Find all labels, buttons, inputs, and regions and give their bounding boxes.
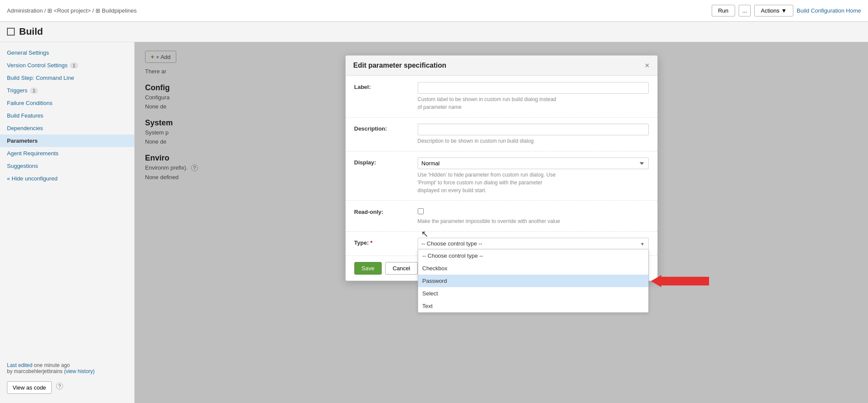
vcs-badge: 1 (70, 62, 78, 69)
readonly-row: Read-only: Make the parameter impossible… (346, 201, 657, 232)
triggers-badge: 1 (30, 88, 38, 94)
type-field-label: Type: * (354, 238, 411, 246)
sidebar-item-label: Agent Requirements (7, 150, 59, 157)
edit-parameter-modal: Edit parameter specification × Label: Cu… (345, 55, 658, 281)
readonly-field-label: Read-only: (354, 207, 411, 215)
actions-button[interactable]: Actions ▼ (754, 5, 793, 16)
label-input[interactable] (418, 82, 649, 94)
edited-by: by marcobehlerjetbrains (7, 368, 63, 374)
display-field-right: Normal Hidden Prompt Use 'Hidden' to hid… (418, 157, 649, 194)
last-edited-label: Last edited (7, 362, 33, 368)
display-field-label: Display: (354, 157, 411, 166)
type-dropdown: -- Choose control type -- Checkbox Passw… (418, 249, 649, 313)
dropdown-option-choose[interactable]: -- Choose control type -- (418, 249, 648, 262)
breadcrumb-root[interactable]: ⊞ <Root project> (47, 7, 91, 14)
sidebar-item-label: Build Features (7, 112, 43, 119)
ellipsis-button[interactable]: ... (739, 5, 751, 16)
description-input[interactable] (418, 124, 649, 135)
sidebar-item-hide-unconfigured[interactable]: « Hide unconfigured (0, 172, 134, 185)
sidebar-item-label: Suggestions (7, 163, 38, 169)
label-row: Label: Custom label to be shown in custo… (346, 76, 657, 118)
sidebar-item-build-features[interactable]: Build Features (0, 109, 134, 122)
sidebar-item-label: Dependencies (7, 125, 43, 131)
sidebar-item-dependencies[interactable]: Dependencies (0, 122, 134, 134)
hide-unconfigured-label: « Hide unconfigured (7, 175, 57, 182)
modal-overlay: Edit parameter specification × Label: Cu… (135, 42, 868, 403)
required-marker: * (370, 239, 373, 246)
view-history-link[interactable]: (view history) (64, 368, 95, 374)
sidebar-item-suggestions[interactable]: Suggestions (0, 160, 134, 172)
layout: General Settings Version Control Setting… (0, 42, 868, 403)
dropdown-option-text[interactable]: Text (418, 300, 648, 312)
breadcrumb-sep2: / (92, 7, 96, 14)
sidebar: General Settings Version Control Setting… (0, 42, 135, 403)
config-home-button[interactable]: Build Configuration Home (797, 7, 861, 14)
actions-arrow-icon: ▼ (781, 7, 787, 14)
page-title-bar: Build (0, 22, 868, 42)
modal-title: Edit parameter specification (353, 62, 446, 69)
help-icon[interactable]: ? (56, 383, 63, 390)
sidebar-item-label: Version Control Settings (7, 62, 67, 69)
sidebar-footer: Last edited one minute ago by marcobehle… (0, 357, 134, 399)
modal-close-button[interactable]: × (645, 62, 650, 69)
sidebar-item-parameters[interactable]: Parameters (0, 134, 134, 147)
label-field-label: Label: (354, 82, 411, 90)
arrow-head-icon (651, 275, 661, 287)
description-field-label: Description: (354, 124, 411, 132)
page-title: Build (19, 26, 43, 37)
description-field-right: Description to be shown in custom run bu… (418, 124, 649, 145)
actions-label: Actions (761, 7, 779, 14)
sidebar-item-label: Build Step: Command Line (7, 75, 74, 81)
dropdown-option-checkbox[interactable]: Checkbox (418, 262, 648, 275)
top-bar-right: Run ... Actions ▼ Build Configuration Ho… (712, 5, 861, 16)
modal-body: Label: Custom label to be shown in custo… (346, 76, 657, 281)
top-bar: Administration / ⊞ <Root project> / ⊞ Bu… (0, 0, 868, 22)
main-content: + + Add There ar Config Configura None d… (135, 42, 868, 403)
label-field-right: Custom label to be shown in custom run b… (418, 82, 649, 111)
sidebar-item-label: Triggers (7, 87, 27, 94)
type-field-right: -- Choose control type -- ▼ -- Choose co… (418, 238, 649, 249)
arrow-annotation (651, 275, 709, 287)
view-as-code-button[interactable]: View as code (7, 381, 52, 394)
sidebar-item-vcs[interactable]: Version Control Settings 1 (0, 59, 134, 72)
run-button[interactable]: Run (712, 5, 735, 16)
sidebar-item-build-step[interactable]: Build Step: Command Line (0, 72, 134, 84)
build-icon (7, 28, 15, 36)
readonly-checkbox[interactable] (418, 208, 424, 214)
modal-header: Edit parameter specification × (346, 56, 657, 76)
readonly-field-right: Make the parameter impossible to overrid… (418, 207, 649, 225)
last-edited-time: one minute ago (34, 362, 70, 368)
sidebar-item-agent-requirements[interactable]: Agent Requirements (0, 147, 134, 160)
sidebar-item-label: Parameters (7, 138, 38, 144)
sidebar-item-general-settings[interactable]: General Settings (0, 46, 134, 59)
dropdown-option-password[interactable]: Password (418, 275, 648, 287)
display-row: Display: Normal Hidden Prompt Use 'Hidde… (346, 151, 657, 201)
cancel-button[interactable]: Cancel (385, 262, 417, 275)
sidebar-item-label: Failure Conditions (7, 100, 53, 106)
sidebar-item-triggers[interactable]: Triggers 1 (0, 84, 134, 97)
save-button[interactable]: Save (354, 262, 382, 275)
breadcrumb-build[interactable]: ⊞ Buildpipelines (96, 7, 137, 14)
dropdown-option-select[interactable]: Select (418, 287, 648, 300)
display-hint: Use 'Hidden' to hide parameter from cust… (418, 171, 649, 194)
type-dropdown-arrow-icon: ▼ (640, 241, 645, 246)
arrow-body (661, 277, 709, 285)
sidebar-item-label: General Settings (7, 49, 49, 56)
readonly-hint: Make the parameter impossible to overrid… (418, 217, 649, 225)
breadcrumb: Administration / ⊞ <Root project> / ⊞ Bu… (7, 7, 137, 14)
label-hint: Custom label to be shown in custom run b… (418, 95, 649, 111)
description-row: Description: Description to be shown in … (346, 118, 657, 151)
sidebar-item-failure-conditions[interactable]: Failure Conditions (0, 97, 134, 109)
breadcrumb-admin[interactable]: Administration (7, 7, 43, 14)
display-select[interactable]: Normal Hidden Prompt (418, 157, 649, 169)
type-select-display[interactable]: -- Choose control type -- ▼ (418, 238, 649, 249)
type-row: Type: * -- Choose control type -- ▼ (346, 232, 657, 256)
description-hint: Description to be shown in custom run bu… (418, 137, 649, 145)
